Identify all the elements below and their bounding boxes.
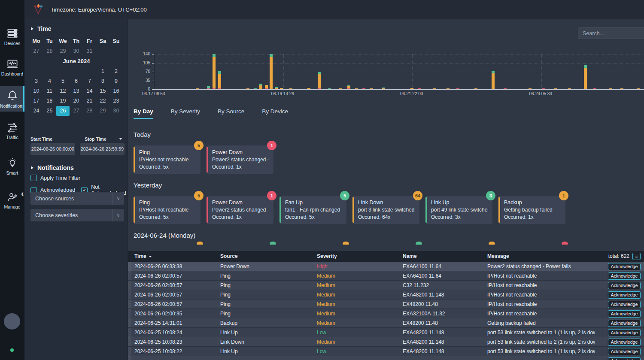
chart-bar[interactable] [637, 88, 640, 89]
calendar-day[interactable]: 24 [30, 106, 43, 116]
column-header-source[interactable]: Source [220, 251, 317, 262]
calendar-day-prev-month[interactable]: 29 [56, 46, 70, 56]
chart-bar[interactable] [280, 88, 283, 90]
table-row[interactable]: Acknowledge [128, 356, 644, 360]
stop-time-input[interactable]: 2024-06-26 23:59:59 [80, 143, 125, 155]
calendar-day[interactable]: 25 [43, 106, 56, 116]
calendar-day[interactable]: 2 [109, 67, 123, 76]
table-row[interactable]: 2024-06-25 10:08:22Link UpLowEXA48200 11… [128, 347, 644, 356]
chart-bar[interactable] [259, 84, 262, 89]
chart-bar[interactable] [362, 88, 365, 89]
tab-by-device[interactable]: By Device [262, 108, 288, 119]
calendar-day[interactable]: 21 [83, 96, 96, 106]
calendar-day[interactable]: 17 [30, 96, 43, 106]
chart-bar[interactable] [289, 88, 292, 89]
table-row[interactable]: 2024-06-26 06:33:38Power DownHighEXA6410… [128, 262, 644, 271]
acknowledge-button[interactable]: Acknowledge [608, 263, 641, 270]
calendar-day[interactable]: 3 [30, 76, 43, 86]
chart-bar[interactable] [620, 88, 623, 89]
acknowledge-button[interactable]: Acknowledge [608, 348, 641, 355]
column-header-message[interactable]: Message [487, 251, 595, 262]
calendar-day[interactable]: 4 [43, 76, 56, 86]
sidebar-item-devices[interactable]: Devices [0, 24, 24, 49]
table-row[interactable]: 2024-06-25 10:08:23Link DownMediumEXA482… [128, 337, 644, 347]
calendar-day[interactable]: 16 [109, 86, 123, 96]
chart-bar[interactable] [382, 88, 385, 89]
chart-bar[interactable] [584, 65, 587, 89]
sidebar-item-notifications[interactable]: Notifications [0, 86, 24, 112]
notification-card[interactable]: 1Power DownPower2 status changed - P...O… [207, 145, 273, 174]
notification-card[interactable]: 5Fan Upfan1 - Fan rpm changed - F...Occu… [279, 196, 346, 224]
acknowledge-button[interactable]: Acknowledge [608, 320, 641, 327]
chart-bar[interactable] [542, 88, 545, 89]
column-header-name[interactable]: Name [403, 251, 487, 262]
chart-bar[interactable] [456, 88, 459, 89]
acknowledge-button[interactable]: Acknowledge [608, 339, 641, 346]
calendar-day[interactable]: 6 [70, 76, 83, 86]
chart-bar[interactable] [593, 88, 596, 89]
calendar-day[interactable]: 20 [70, 96, 83, 106]
acknowledge-button[interactable]: Acknowledge [608, 329, 641, 336]
column-header-time[interactable]: Time [134, 251, 220, 262]
table-row[interactable]: 2024-06-26 02:00:57PingMediumEX48200 11.… [128, 299, 644, 309]
notification-card[interactable]: 1Power DownPower2 status changed - P...O… [207, 196, 273, 224]
choose-sources-dropdown[interactable]: Choose sources ∨ [30, 192, 124, 205]
chart-bar[interactable] [196, 88, 199, 89]
calendar-day[interactable]: 5 [56, 76, 70, 86]
acknowledge-button[interactable]: Acknowledge [608, 272, 641, 280]
chart-bar[interactable] [265, 85, 268, 89]
chart-bar[interactable] [218, 71, 221, 89]
calendar-day[interactable]: 10 [30, 86, 43, 96]
table-row[interactable]: 2024-06-26 02:00:57PingMediumEXA64100 11… [128, 271, 644, 281]
notification-card[interactable]: 5PingIP/Host not reachableOccurred: 5x [134, 196, 200, 224]
chart-bar[interactable] [254, 88, 257, 89]
calendar-day[interactable]: 14 [83, 86, 96, 96]
collapse-panel-chevron[interactable]: ‹ [21, 189, 24, 197]
chart-bar[interactable] [347, 85, 350, 89]
calendar-day[interactable]: 1 [96, 67, 109, 76]
acknowledge-button[interactable]: Acknowledge [608, 291, 641, 299]
chart-bar[interactable] [246, 88, 249, 89]
notifications-section-header[interactable]: Notifications [31, 164, 74, 171]
calendar-day-prev-month[interactable]: 27 [30, 46, 43, 56]
acknowledge-button[interactable]: Acknowledge [608, 301, 641, 308]
notification-card[interactable]: 1BackupGetting backup failedOccurred: 1x [498, 196, 565, 224]
chart-bar[interactable] [568, 88, 571, 89]
chart-bar[interactable] [207, 86, 210, 89]
chart-bar[interactable] [355, 88, 358, 89]
sidebar-bottom-circle[interactable] [4, 313, 20, 330]
notification-card[interactable]: 64Link Downport 3 link state switched t.… [352, 196, 419, 224]
chart-bar[interactable] [554, 88, 557, 89]
chart-bar[interactable] [307, 88, 310, 89]
acknowledge-button[interactable]: Acknowledge [608, 310, 641, 318]
tab-by-day[interactable]: By Day [134, 108, 153, 119]
calendar-day[interactable]: 19 [56, 96, 70, 106]
chart-bar[interactable] [474, 88, 477, 89]
chart-bar[interactable] [504, 88, 507, 89]
calendar-day[interactable]: 9 [109, 76, 123, 86]
calendar-day-prev-month[interactable]: 31 [83, 46, 96, 56]
calendar-day[interactable]: 12 [56, 86, 70, 96]
chart-bar[interactable] [410, 88, 413, 89]
acknowledge-button[interactable]: Acknowledge [608, 282, 641, 289]
notification-card[interactable]: 5PingIP/Host not reachableOccurred: 5x [134, 145, 200, 174]
choose-severities-dropdown[interactable]: Choose severities ∨ [30, 209, 124, 221]
chart-bar[interactable] [492, 71, 495, 89]
sidebar-item-dashboard[interactable]: Dashboard [0, 55, 24, 79]
chart-bar[interactable] [328, 88, 331, 89]
calendar-day[interactable]: 7 [83, 76, 96, 86]
notification-card[interactable]: 3Link Upport 49 link state switched...Oc… [425, 196, 492, 224]
chart-bar[interactable] [339, 88, 342, 89]
time-presets-chevron-icon[interactable] [119, 138, 122, 140]
apply-time-filter-checkbox[interactable] [30, 175, 37, 181]
table-row[interactable]: 2024-06-25 14:31:01BackupMediumEX48200 1… [128, 318, 644, 328]
chart-bar[interactable] [418, 88, 421, 89]
chart-bar[interactable] [529, 88, 532, 89]
table-row[interactable]: 2024-06-25 10:08:24Link UpLowEXA48200 11… [128, 328, 644, 337]
calendar-day[interactable]: 22 [96, 96, 109, 106]
table-row[interactable]: 2024-06-26 02:00:35PingMediumEXA32100A-1… [128, 309, 644, 318]
chart-bar[interactable] [213, 54, 216, 89]
tab-by-severity[interactable]: By Severity [171, 108, 200, 119]
chart-bar[interactable] [609, 88, 612, 89]
acknowledge-button[interactable]: Acknowledge [608, 357, 641, 360]
